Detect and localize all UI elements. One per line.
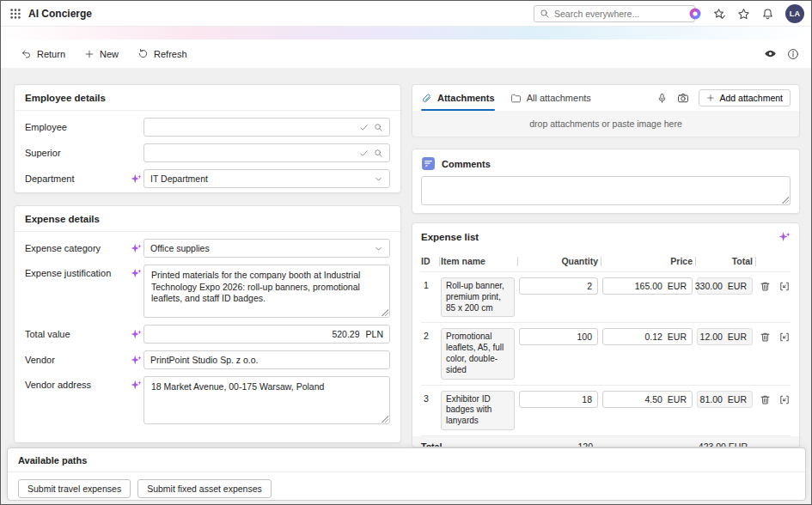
folder-icon — [510, 93, 522, 104]
quantity-field[interactable]: 18 — [519, 391, 598, 408]
expense-details-card: Expense details Expense category Office … — [14, 205, 401, 443]
ai-sparkle-icon — [128, 376, 143, 390]
ai-sparkle-icon — [128, 173, 143, 184]
app-launcher-icon[interactable] — [9, 8, 21, 20]
expense-category-dropdown[interactable]: Office supplies — [143, 239, 390, 258]
price-field[interactable]: 0.12 EUR — [602, 328, 693, 345]
delete-row-icon[interactable] — [757, 332, 772, 343]
tab-attachments[interactable]: Attachments — [421, 85, 495, 111]
delete-row-icon[interactable] — [757, 281, 772, 292]
submit-travel-expenses-button[interactable]: Submit travel expenses — [18, 479, 131, 498]
refresh-button[interactable]: Refresh — [130, 45, 195, 63]
check-icon[interactable] — [359, 123, 369, 132]
price-value: 165.00 — [635, 281, 662, 291]
info-icon[interactable] — [787, 48, 799, 60]
available-paths-panel: Available paths Submit travel expenses S… — [7, 447, 806, 501]
submit-fixed-asset-expenses-button[interactable]: Submit fixed asset expenses — [137, 479, 272, 498]
favorites-star-icon[interactable] — [737, 8, 750, 21]
header-price[interactable]: Price — [602, 256, 693, 266]
attachments-actions: Add attachment — [656, 89, 791, 106]
lookup-search-icon[interactable] — [374, 123, 383, 132]
total-value: 12.00 — [700, 332, 723, 342]
receipt-scan-icon[interactable] — [777, 332, 792, 343]
notifications-bell-icon[interactable] — [761, 8, 774, 21]
row-total: 12.00 EUR — [697, 328, 753, 345]
expense-category-row: Expense category Office supplies — [25, 239, 390, 258]
new-label: New — [100, 49, 119, 59]
expense-list-header: Expense list — [412, 223, 799, 244]
row-id: 1 — [421, 277, 437, 290]
lookup-search-icon[interactable] — [374, 149, 383, 158]
total-currency: EUR — [728, 332, 747, 342]
add-attachment-label: Add attachment — [719, 93, 783, 103]
tab-attachments-label: Attachments — [437, 93, 495, 103]
header-total[interactable]: Total — [697, 256, 753, 266]
employee-lookup[interactable] — [143, 118, 390, 137]
total-value-currency: PLN — [366, 329, 383, 339]
add-attachment-button[interactable]: Add attachment — [699, 89, 791, 106]
total-value-field[interactable]: 520.29 PLN — [143, 325, 390, 344]
decorative-gradient — [1, 27, 811, 40]
camera-icon[interactable] — [677, 92, 689, 104]
preview-eye-icon[interactable] — [764, 47, 777, 60]
price-currency: EUR — [668, 332, 687, 342]
star-check-icon[interactable] — [713, 8, 726, 21]
total-currency: EUR — [728, 281, 747, 291]
ai-sparkle-icon[interactable] — [778, 231, 791, 242]
tab-all-attachments[interactable]: All attachments — [510, 85, 591, 111]
delete-row-icon[interactable] — [757, 394, 772, 405]
employee-input[interactable] — [150, 122, 354, 132]
expense-justification-field[interactable]: Printed materials for the company booth … — [143, 265, 390, 318]
superior-lookup[interactable] — [143, 143, 390, 162]
expense-table: ID Item name Quantity Price Total 1 Roll… — [421, 252, 791, 436]
department-dropdown[interactable]: IT Department — [143, 169, 390, 188]
topbar: AI Concierge — [1, 1, 811, 27]
expense-justification-row: Expense justification Printed materials … — [25, 265, 390, 318]
search-input[interactable] — [554, 9, 689, 19]
ai-sparkle-icon — [128, 265, 143, 278]
avatar[interactable]: LA — [785, 4, 804, 23]
copilot-icon[interactable] — [688, 7, 702, 21]
row-total: 330.00 EUR — [697, 277, 753, 295]
quantity-field[interactable]: 100 — [519, 328, 598, 345]
grand-total-label: Total — [421, 441, 515, 447]
vendor-address-row: Vendor address 18 Market Avenue, 00-175 … — [25, 376, 390, 424]
app-title: AI Concierge — [28, 8, 92, 20]
global-search[interactable] — [534, 5, 695, 22]
table-row: 3 Exhibitor ID badges with lanyards 18 4… — [421, 386, 791, 436]
new-button[interactable]: New — [76, 46, 126, 63]
department-field-row: Department IT Department — [25, 169, 390, 188]
item-name-field[interactable]: Exhibitor ID badges with lanyards — [441, 391, 515, 430]
return-button[interactable]: Return — [13, 45, 73, 63]
plus-icon — [706, 94, 715, 102]
item-name-field[interactable]: Roll-up banner, premium print, 85 x 200 … — [441, 277, 515, 317]
vendor-address-field[interactable]: 18 Market Avenue, 00-175 Warsaw, Poland — [143, 376, 390, 424]
expense-category-value: Office supplies — [150, 243, 210, 253]
price-field[interactable]: 4.50 EUR — [602, 391, 693, 408]
quantity-field[interactable]: 2 — [519, 277, 598, 295]
price-value: 4.50 — [644, 394, 662, 405]
total-value: 81.00 — [700, 394, 723, 405]
receipt-scan-icon[interactable] — [777, 281, 792, 292]
price-field[interactable]: 165.00 EUR — [602, 277, 693, 295]
vendor-field[interactable]: PrintPoint Studio Sp. z o.o. — [143, 350, 390, 369]
comments-field[interactable] — [421, 176, 791, 205]
total-value-row: Total value 520.29 PLN — [25, 325, 390, 344]
employee-details-card: Employee details Employee Superior — [14, 84, 401, 193]
receipt-scan-icon[interactable] — [777, 394, 792, 405]
attachments-dropzone[interactable]: drop attachments or paste image here — [412, 111, 799, 137]
header-quantity[interactable]: Quantity — [519, 256, 598, 266]
app-window: AI Concierge — [0, 0, 812, 505]
microphone-icon[interactable] — [656, 93, 668, 104]
header-id[interactable]: ID — [421, 256, 437, 266]
vendor-row: Vendor PrintPoint Studio Sp. z o.o. — [25, 350, 390, 369]
grand-total-quantity: 120 — [519, 441, 598, 447]
return-label: Return — [37, 49, 65, 59]
employee-label: Employee — [25, 122, 128, 132]
chevron-down-icon — [374, 244, 383, 253]
comments-body — [421, 176, 791, 205]
header-item-name[interactable]: Item name — [441, 256, 515, 266]
superior-input[interactable] — [150, 148, 354, 158]
item-name-field[interactable]: Promotional leaflets, A5, full color, do… — [441, 328, 515, 379]
check-icon[interactable] — [359, 149, 369, 158]
